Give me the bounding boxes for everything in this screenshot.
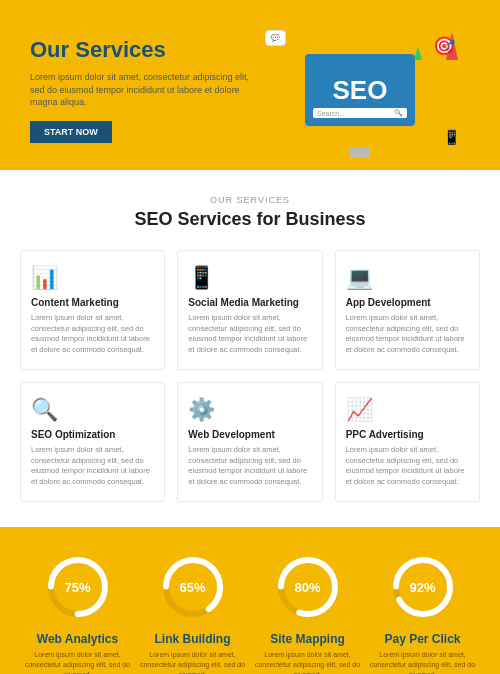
service-icon-3: 🔍 [31, 397, 154, 423]
service-name-2: App Development [346, 297, 469, 308]
service-name-0: Content Marketing [31, 297, 154, 308]
hero-content: Our Services Lorem ipsum dolor sit amet,… [30, 37, 250, 143]
stat-percent-3: 92% [409, 580, 435, 595]
hero-title: Our Services [30, 37, 250, 63]
stat-circle-0: 75% [43, 552, 113, 622]
services-section: OUR SERVICES SEO Services for Business 📊… [0, 170, 500, 527]
service-icon-5: 📈 [346, 397, 469, 423]
stat-label-1: Link Building [135, 632, 250, 646]
seo-label: SEO [333, 75, 388, 106]
service-desc-3: Lorem ipsum dolor sit amet, consectetur … [31, 445, 154, 487]
start-now-button[interactable]: START NOW [30, 121, 112, 143]
service-card-5: 📈 PPC Advertising Lorem ipsum dolor sit … [335, 382, 480, 502]
service-desc-2: Lorem ipsum dolor sit amet, consectetur … [346, 313, 469, 355]
service-desc-1: Lorem ipsum dolor sit amet, consectetur … [188, 313, 311, 355]
stat-label-3: Pay Per Click [365, 632, 480, 646]
service-icon-1: 📱 [188, 265, 311, 291]
stat-desc-3: Lorem ipsum dolor sit amet, consectetur … [365, 650, 480, 674]
stat-circle-3: 92% [388, 552, 458, 622]
stat-circle-1: 65% [158, 552, 228, 622]
service-icon-0: 📊 [31, 265, 154, 291]
stat-item-0: 75% Web Analytics Lorem ipsum dolor sit … [20, 552, 135, 674]
stat-desc-1: Lorem ipsum dolor sit amet, consectetur … [135, 650, 250, 674]
service-desc-4: Lorem ipsum dolor sit amet, consectetur … [188, 445, 311, 487]
stat-desc-0: Lorem ipsum dolor sit amet, consectetur … [20, 650, 135, 674]
section-label: OUR SERVICES [20, 195, 480, 205]
service-name-4: Web Development [188, 429, 311, 440]
service-icon-2: 💻 [346, 265, 469, 291]
service-card-3: 🔍 SEO Optimization Lorem ipsum dolor sit… [20, 382, 165, 502]
service-card-1: 📱 Social Media Marketing Lorem ipsum dol… [177, 250, 322, 370]
service-card-2: 💻 App Development Lorem ipsum dolor sit … [335, 250, 480, 370]
section-title: SEO Services for Business [20, 209, 480, 230]
stat-percent-0: 75% [64, 580, 90, 595]
stat-circle-2: 80% [273, 552, 343, 622]
stats-section: 75% Web Analytics Lorem ipsum dolor sit … [0, 527, 500, 674]
stat-desc-2: Lorem ipsum dolor sit amet, consectetur … [250, 650, 365, 674]
service-name-1: Social Media Marketing [188, 297, 311, 308]
stat-percent-2: 80% [294, 580, 320, 595]
service-name-5: PPC Advertising [346, 429, 469, 440]
hero-section: Our Services Lorem ipsum dolor sit amet,… [0, 0, 500, 170]
stat-item-3: 92% Pay Per Click Lorem ipsum dolor sit … [365, 552, 480, 674]
stat-label-0: Web Analytics [20, 632, 135, 646]
hero-illustration: SEO Search... 🔍 🎯 💬 [250, 30, 470, 150]
stat-percent-1: 65% [179, 580, 205, 595]
stat-item-1: 65% Link Building Lorem ipsum dolor sit … [135, 552, 250, 674]
services-grid: 📊 Content Marketing Lorem ipsum dolor si… [20, 250, 480, 502]
stat-label-2: Site Mapping [250, 632, 365, 646]
service-desc-5: Lorem ipsum dolor sit amet, consectetur … [346, 445, 469, 487]
service-name-3: SEO Optimization [31, 429, 154, 440]
stat-item-2: 80% Site Mapping Lorem ipsum dolor sit a… [250, 552, 365, 674]
service-icon-4: ⚙️ [188, 397, 311, 423]
service-desc-0: Lorem ipsum dolor sit amet, consectetur … [31, 313, 154, 355]
service-card-0: 📊 Content Marketing Lorem ipsum dolor si… [20, 250, 165, 370]
hero-text: Lorem ipsum dolor sit amet, consectetur … [30, 71, 250, 109]
service-card-4: ⚙️ Web Development Lorem ipsum dolor sit… [177, 382, 322, 502]
